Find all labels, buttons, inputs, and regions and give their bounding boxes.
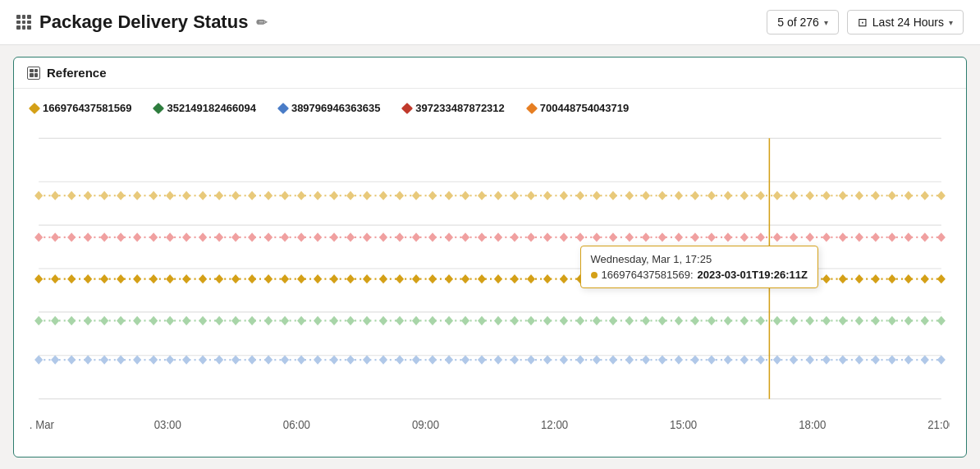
diamond-5-14 bbox=[264, 355, 272, 364]
diamond-5-43 bbox=[740, 355, 749, 364]
diamond-4-6 bbox=[133, 316, 141, 325]
diamond-2-9 bbox=[182, 232, 190, 241]
diamond-3-13 bbox=[248, 274, 256, 283]
diamond-1-31 bbox=[543, 191, 552, 200]
diamond-2-29 bbox=[511, 232, 519, 241]
x-label-6: 18:00 bbox=[799, 417, 826, 431]
diamond-2-45 bbox=[773, 232, 781, 241]
diamond-3-32 bbox=[560, 274, 568, 283]
diamond-5-0 bbox=[34, 355, 43, 364]
diamond-4-50 bbox=[855, 316, 863, 325]
diamond-4-0 bbox=[34, 316, 43, 325]
diamond-1-19 bbox=[346, 191, 355, 200]
chart-area: 166976437581569 352149182466094 38979694… bbox=[14, 89, 966, 457]
diamond-3-5 bbox=[117, 274, 125, 283]
diamond-5-37 bbox=[642, 355, 650, 364]
diamond-4-14 bbox=[264, 316, 272, 325]
diamond-4-52 bbox=[888, 316, 896, 325]
diamond-5-42 bbox=[724, 355, 732, 364]
diamond-3-26 bbox=[461, 274, 469, 283]
diamond-1-10 bbox=[199, 191, 207, 200]
diamond-5-48 bbox=[822, 355, 831, 364]
diamond-1-37 bbox=[642, 191, 650, 200]
legend-item-3: 389796946363635 bbox=[279, 102, 380, 114]
diamond-4-28 bbox=[494, 316, 502, 325]
legend-diamond-2 bbox=[153, 102, 164, 113]
time-range-button[interactable]: ⊡ Last 24 Hours ▾ bbox=[847, 10, 964, 34]
diamond-5-30 bbox=[527, 355, 535, 364]
diamond-3-24 bbox=[428, 274, 437, 283]
diamond-2-40 bbox=[691, 232, 699, 241]
diamond-3-46 bbox=[790, 274, 798, 283]
diamond-1-43 bbox=[740, 191, 749, 200]
panel-header: Reference bbox=[14, 57, 966, 89]
diamond-1-55 bbox=[937, 191, 946, 200]
diamond-5-20 bbox=[363, 355, 371, 364]
diamond-2-23 bbox=[412, 232, 420, 241]
diamond-1-3 bbox=[84, 191, 92, 200]
diamond-1-9 bbox=[182, 191, 190, 200]
diamond-4-55 bbox=[937, 316, 946, 325]
diamond-2-38 bbox=[658, 232, 666, 241]
diamond-1-36 bbox=[625, 191, 634, 200]
diamond-4-40 bbox=[691, 316, 699, 325]
legend-label-4: 397233487872312 bbox=[415, 102, 504, 114]
legend-diamond-5 bbox=[526, 102, 538, 113]
diamond-3-16 bbox=[297, 274, 305, 283]
diamond-3-41 bbox=[708, 274, 716, 283]
diamond-3-49 bbox=[839, 274, 847, 283]
counter-button[interactable]: 5 of 276 ▾ bbox=[767, 10, 839, 34]
diamond-1-17 bbox=[314, 191, 322, 200]
diamond-4-12 bbox=[231, 316, 240, 325]
diamond-1-44 bbox=[757, 191, 765, 200]
diamond-3-22 bbox=[396, 274, 404, 283]
diamond-1-1 bbox=[51, 191, 59, 200]
diamond-5-5 bbox=[117, 355, 125, 364]
diamond-4-45 bbox=[773, 316, 781, 325]
diamond-5-4 bbox=[100, 355, 108, 364]
diamond-1-41 bbox=[708, 191, 716, 200]
diamond-2-24 bbox=[428, 232, 437, 241]
legend-item-1: 166976437581569 bbox=[30, 102, 131, 114]
diamond-2-8 bbox=[166, 232, 174, 241]
diamond-3-9 bbox=[182, 274, 190, 283]
diamond-5-16 bbox=[297, 355, 305, 364]
diamond-5-32 bbox=[560, 355, 568, 364]
diamond-2-48 bbox=[822, 232, 831, 241]
legend-diamond-1 bbox=[29, 102, 40, 113]
x-label-4: 12:00 bbox=[541, 417, 568, 431]
diamond-3-2 bbox=[67, 274, 76, 283]
diamond-4-38 bbox=[658, 316, 666, 325]
diamond-1-27 bbox=[478, 191, 486, 200]
diamond-1-6 bbox=[133, 191, 141, 200]
diamond-2-32 bbox=[560, 232, 568, 241]
diamond-5-44 bbox=[757, 355, 765, 364]
diamond-2-27 bbox=[478, 232, 486, 241]
diamond-3-7 bbox=[149, 274, 158, 283]
x-label-5: 15:00 bbox=[670, 417, 697, 431]
diamond-3-51 bbox=[872, 274, 880, 283]
diamond-1-47 bbox=[806, 191, 814, 200]
time-range-icon: ⊡ bbox=[858, 16, 868, 29]
diamond-3-17 bbox=[314, 274, 322, 283]
diamond-1-13 bbox=[248, 191, 256, 200]
diamond-2-31 bbox=[543, 232, 552, 241]
diamond-3-54 bbox=[921, 274, 929, 283]
diamond-2-42 bbox=[724, 232, 732, 241]
page-title: Package Delivery Status bbox=[39, 11, 248, 33]
diamond-4-30 bbox=[527, 316, 535, 325]
diamond-5-41 bbox=[708, 355, 716, 364]
diamond-4-36 bbox=[625, 316, 634, 325]
diamond-2-28 bbox=[494, 232, 502, 241]
diamond-3-25 bbox=[445, 274, 453, 283]
diamond-3-33 bbox=[576, 274, 584, 283]
diamond-1-45 bbox=[773, 191, 781, 200]
diamond-4-29 bbox=[511, 316, 519, 325]
diamond-3-27 bbox=[478, 274, 486, 283]
diamond-3-38 bbox=[658, 274, 666, 283]
diamond-4-4 bbox=[100, 316, 108, 325]
diamond-1-20 bbox=[363, 191, 371, 200]
diamond-5-13 bbox=[248, 355, 256, 364]
diamond-4-48 bbox=[822, 316, 831, 325]
edit-icon[interactable]: ✏ bbox=[256, 15, 267, 30]
